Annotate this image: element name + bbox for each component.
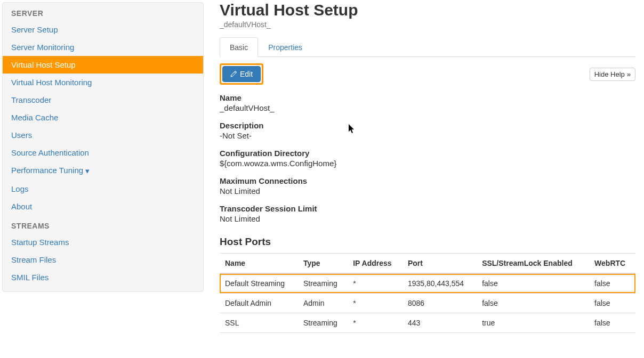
- sidebar-item-label: SMIL Files: [11, 273, 49, 282]
- sidebar-item-media-cache[interactable]: Media Cache: [3, 109, 203, 126]
- sidebar-item-about[interactable]: About: [3, 198, 203, 215]
- sidebar-item-startup-streams[interactable]: Startup Streams: [3, 233, 203, 251]
- sidebar-section-header: STREAMS: [3, 215, 203, 233]
- chevron-right-icon: »: [627, 70, 631, 78]
- field-value: -Not Set-: [220, 131, 635, 140]
- sidebar-item-logs[interactable]: Logs: [3, 180, 203, 198]
- host-ports-title: Host Ports: [220, 236, 635, 248]
- field: Description-Not Set-: [220, 121, 635, 140]
- tab-basic[interactable]: Basic: [220, 37, 258, 57]
- table-cell: Default Streaming: [220, 273, 298, 294]
- table-cell: *: [348, 313, 402, 333]
- table-header-cell: IP Address: [348, 254, 402, 274]
- sidebar-item-virtual-host-monitoring[interactable]: Virtual Host Monitoring: [3, 74, 203, 91]
- hide-help-button[interactable]: Hide Help »: [590, 68, 635, 81]
- sidebar-item-server-setup[interactable]: Server Setup: [3, 21, 203, 38]
- fields-list: Name_defaultVHost_Description-Not Set-Co…: [220, 93, 635, 223]
- field-label: Name: [220, 93, 635, 102]
- field: Name_defaultVHost_: [220, 93, 635, 112]
- table-header-cell: Port: [402, 254, 477, 274]
- sidebar-item-stream-files[interactable]: Stream Files: [3, 251, 203, 268]
- sidebar-item-label: Transcoder: [11, 95, 51, 104]
- field-label: Maximum Connections: [220, 176, 635, 185]
- table-cell: Default Admin: [220, 294, 298, 313]
- sidebar-item-label: Virtual Host Monitoring: [11, 78, 92, 87]
- main-content: Virtual Host Setup _defaultVHost_ BasicP…: [204, 0, 644, 358]
- table-header-cell: SSL/StreamLock Enabled: [477, 254, 589, 274]
- field-label: Configuration Directory: [220, 149, 635, 158]
- field-value: Not Limited: [220, 214, 635, 223]
- tabs: BasicProperties: [220, 37, 635, 57]
- table-header-row: NameTypeIP AddressPortSSL/StreamLock Ena…: [220, 254, 635, 274]
- pencil-icon: [230, 71, 237, 77]
- field-label: Description: [220, 121, 635, 130]
- field-label: Transcoder Session Limit: [220, 204, 635, 213]
- table-cell: false: [589, 294, 635, 313]
- sidebar-item-label: Stream Files: [11, 255, 56, 264]
- sidebar-item-label: Source Authentication: [11, 148, 89, 157]
- table-cell: *: [348, 294, 402, 313]
- table-header-cell: Name: [220, 254, 298, 274]
- table-header-cell: Type: [298, 254, 348, 274]
- table-cell: 1935,80,443,554: [402, 273, 477, 294]
- action-row: Edit Hide Help »: [220, 63, 635, 85]
- sidebar-item-performance-tuning[interactable]: Performance Tuning▾: [3, 161, 203, 180]
- table-row[interactable]: Default StreamingStreaming*1935,80,443,5…: [220, 273, 635, 294]
- edit-button[interactable]: Edit: [222, 66, 261, 82]
- field-value: ${com.wowza.wms.ConfigHome}: [220, 159, 635, 168]
- sidebar-item-label: Media Cache: [11, 113, 58, 122]
- caret-down-icon: ▾: [85, 166, 90, 175]
- sidebar-item-smil-files[interactable]: SMIL Files: [3, 268, 203, 286]
- edit-button-label: Edit: [240, 70, 253, 78]
- table-cell: false: [477, 294, 589, 313]
- page-subtitle: _defaultVHost_: [220, 20, 635, 29]
- table-cell: 443: [402, 313, 477, 333]
- sidebar-item-source-authentication[interactable]: Source Authentication: [3, 144, 203, 161]
- sidebar-item-virtual-host-setup[interactable]: Virtual Host Setup: [3, 56, 203, 74]
- hide-help-label: Hide Help: [594, 70, 625, 78]
- host-ports-table: NameTypeIP AddressPortSSL/StreamLock Ena…: [220, 253, 635, 333]
- sidebar-item-users[interactable]: Users: [3, 126, 203, 144]
- sidebar-item-label: Users: [11, 131, 32, 140]
- table-cell: false: [589, 313, 635, 333]
- table-cell: SSL: [220, 313, 298, 333]
- table-header-cell: WebRTC: [589, 254, 635, 274]
- sidebar-item-label: Logs: [11, 184, 29, 193]
- sidebar-item-label: Server Setup: [11, 25, 58, 34]
- sidebar-item-label: Server Monitoring: [11, 43, 74, 52]
- sidebar-section-header: SERVER: [3, 3, 203, 21]
- sidebar-item-label: Performance Tuning: [11, 166, 83, 175]
- table-cell: false: [477, 273, 589, 294]
- field-value: Not Limited: [220, 186, 635, 196]
- field-value: _defaultVHost_: [220, 103, 635, 112]
- table-row[interactable]: Default AdminAdmin*8086falsefalse: [220, 294, 635, 313]
- table-row[interactable]: SSLStreaming*443truefalse: [220, 313, 635, 333]
- table-cell: Streaming: [298, 313, 348, 333]
- field: Maximum ConnectionsNot Limited: [220, 176, 635, 196]
- table-cell: Streaming: [298, 273, 348, 294]
- sidebar-item-label: Startup Streams: [11, 238, 69, 247]
- table-cell: *: [348, 273, 402, 294]
- edit-highlight: Edit: [220, 63, 263, 85]
- sidebar-item-server-monitoring[interactable]: Server Monitoring: [3, 38, 203, 56]
- table-cell: true: [477, 313, 589, 333]
- field: Configuration Directory${com.wowza.wms.C…: [220, 149, 635, 168]
- sidebar-item-label: Virtual Host Setup: [11, 60, 76, 69]
- page-title: Virtual Host Setup: [220, 1, 635, 19]
- table-cell: false: [589, 273, 635, 294]
- tab-properties[interactable]: Properties: [258, 37, 312, 57]
- table-cell: Admin: [298, 294, 348, 313]
- field: Transcoder Session LimitNot Limited: [220, 204, 635, 223]
- sidebar: SERVERServer SetupServer MonitoringVirtu…: [2, 2, 204, 292]
- sidebar-item-transcoder[interactable]: Transcoder: [3, 91, 203, 109]
- sidebar-item-label: About: [11, 202, 32, 211]
- table-cell: 8086: [402, 294, 477, 313]
